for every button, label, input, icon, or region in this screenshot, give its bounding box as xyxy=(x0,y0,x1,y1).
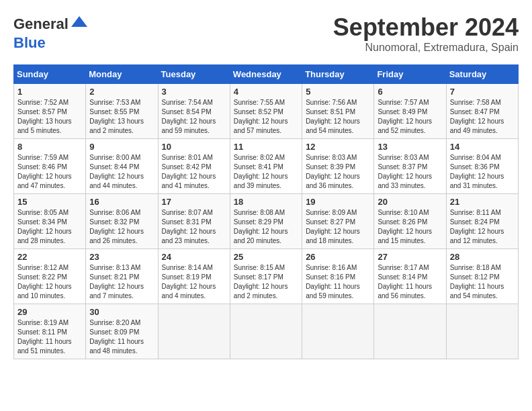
day-number: 16 xyxy=(89,197,154,207)
day-detail: Sunrise: 8:19 AM Sunset: 8:11 PM Dayligh… xyxy=(17,318,82,356)
calendar-cell: 4 Sunrise: 7:55 AM Sunset: 8:52 PM Dayli… xyxy=(230,84,302,139)
logo-icon xyxy=(69,13,90,35)
day-detail: Sunrise: 8:12 AM Sunset: 8:22 PM Dayligh… xyxy=(17,263,82,301)
calendar-cell: 30 Sunrise: 8:20 AM Sunset: 8:09 PM Dayl… xyxy=(86,304,158,359)
day-number: 29 xyxy=(17,307,82,317)
header-thursday: Thursday xyxy=(302,65,374,84)
header-friday: Friday xyxy=(374,65,446,84)
calendar-cell: 27 Sunrise: 8:17 AM Sunset: 8:14 PM Dayl… xyxy=(374,249,446,304)
calendar-cell: 23 Sunrise: 8:13 AM Sunset: 8:21 PM Dayl… xyxy=(86,249,158,304)
day-number: 27 xyxy=(378,252,442,262)
day-detail: Sunrise: 8:14 AM Sunset: 8:19 PM Dayligh… xyxy=(162,263,226,301)
day-detail: Sunrise: 7:57 AM Sunset: 8:49 PM Dayligh… xyxy=(378,98,442,136)
day-number: 10 xyxy=(162,142,226,152)
logo: General Blue xyxy=(13,13,90,51)
day-detail: Sunrise: 7:59 AM Sunset: 8:46 PM Dayligh… xyxy=(17,153,82,191)
day-number: 13 xyxy=(378,142,442,152)
calendar-cell: 13 Sunrise: 8:03 AM Sunset: 8:37 PM Dayl… xyxy=(374,139,446,194)
day-detail: Sunrise: 8:18 AM Sunset: 8:12 PM Dayligh… xyxy=(450,263,515,301)
day-detail: Sunrise: 8:07 AM Sunset: 8:31 PM Dayligh… xyxy=(162,208,226,246)
day-detail: Sunrise: 8:15 AM Sunset: 8:17 PM Dayligh… xyxy=(234,263,298,301)
day-detail: Sunrise: 8:03 AM Sunset: 8:39 PM Dayligh… xyxy=(306,153,370,191)
calendar-cell: 26 Sunrise: 8:16 AM Sunset: 8:16 PM Dayl… xyxy=(302,249,374,304)
day-number: 14 xyxy=(450,142,515,152)
calendar-cell: 1 Sunrise: 7:52 AM Sunset: 8:57 PM Dayli… xyxy=(14,84,86,139)
calendar-cell: 17 Sunrise: 8:07 AM Sunset: 8:31 PM Dayl… xyxy=(158,194,230,249)
calendar-cell: 22 Sunrise: 8:12 AM Sunset: 8:22 PM Dayl… xyxy=(14,249,86,304)
day-number: 18 xyxy=(234,197,298,207)
day-number: 22 xyxy=(17,252,82,262)
calendar-cell: 18 Sunrise: 8:08 AM Sunset: 8:29 PM Dayl… xyxy=(230,194,302,249)
calendar-cell: 24 Sunrise: 8:14 AM Sunset: 8:19 PM Dayl… xyxy=(158,249,230,304)
day-number: 9 xyxy=(89,142,154,152)
calendar-cell: 16 Sunrise: 8:06 AM Sunset: 8:32 PM Dayl… xyxy=(86,194,158,249)
day-detail: Sunrise: 7:54 AM Sunset: 8:54 PM Dayligh… xyxy=(162,98,226,136)
header-monday: Monday xyxy=(86,65,158,84)
day-detail: Sunrise: 7:53 AM Sunset: 8:55 PM Dayligh… xyxy=(89,98,154,136)
calendar-title: September 2024 xyxy=(333,13,519,42)
week-row-4: 22 Sunrise: 8:12 AM Sunset: 8:22 PM Dayl… xyxy=(14,249,519,304)
calendar-cell xyxy=(302,304,374,359)
calendar-cell: 7 Sunrise: 7:58 AM Sunset: 8:47 PM Dayli… xyxy=(446,84,518,139)
day-detail: Sunrise: 8:20 AM Sunset: 8:09 PM Dayligh… xyxy=(89,318,154,356)
day-number: 12 xyxy=(306,142,370,152)
week-row-1: 1 Sunrise: 7:52 AM Sunset: 8:57 PM Dayli… xyxy=(14,84,519,139)
page-header: General Blue September 2024 Nunomoral, E… xyxy=(13,13,519,54)
day-number: 15 xyxy=(17,197,82,207)
day-number: 28 xyxy=(450,252,515,262)
header-tuesday: Tuesday xyxy=(158,65,230,84)
day-detail: Sunrise: 8:10 AM Sunset: 8:26 PM Dayligh… xyxy=(378,208,442,246)
day-detail: Sunrise: 8:00 AM Sunset: 8:44 PM Dayligh… xyxy=(89,153,154,191)
day-detail: Sunrise: 8:08 AM Sunset: 8:29 PM Dayligh… xyxy=(234,208,298,246)
day-number: 8 xyxy=(17,142,82,152)
calendar-subtitle: Nunomoral, Extremadura, Spain xyxy=(333,42,519,54)
day-detail: Sunrise: 7:56 AM Sunset: 8:51 PM Dayligh… xyxy=(306,98,370,136)
day-detail: Sunrise: 8:02 AM Sunset: 8:41 PM Dayligh… xyxy=(234,153,298,191)
calendar-cell: 29 Sunrise: 8:19 AM Sunset: 8:11 PM Dayl… xyxy=(14,304,86,359)
calendar-cell: 12 Sunrise: 8:03 AM Sunset: 8:39 PM Dayl… xyxy=(302,139,374,194)
calendar-cell: 21 Sunrise: 8:11 AM Sunset: 8:24 PM Dayl… xyxy=(446,194,518,249)
calendar-cell: 6 Sunrise: 7:57 AM Sunset: 8:49 PM Dayli… xyxy=(374,84,446,139)
week-row-5: 29 Sunrise: 8:19 AM Sunset: 8:11 PM Dayl… xyxy=(14,304,519,359)
calendar-cell xyxy=(374,304,446,359)
day-number: 4 xyxy=(234,87,298,97)
day-number: 3 xyxy=(162,87,226,97)
day-detail: Sunrise: 8:04 AM Sunset: 8:36 PM Dayligh… xyxy=(450,153,515,191)
calendar-cell: 5 Sunrise: 7:56 AM Sunset: 8:51 PM Dayli… xyxy=(302,84,374,139)
day-number: 24 xyxy=(162,252,226,262)
week-row-2: 8 Sunrise: 7:59 AM Sunset: 8:46 PM Dayli… xyxy=(14,139,519,194)
calendar-cell: 20 Sunrise: 8:10 AM Sunset: 8:26 PM Dayl… xyxy=(374,194,446,249)
week-row-3: 15 Sunrise: 8:05 AM Sunset: 8:34 PM Dayl… xyxy=(14,194,519,249)
day-number: 26 xyxy=(306,252,370,262)
header-sunday: Sunday xyxy=(14,65,86,84)
day-number: 1 xyxy=(17,87,82,97)
day-number: 30 xyxy=(89,307,154,317)
calendar-cell: 25 Sunrise: 8:15 AM Sunset: 8:17 PM Dayl… xyxy=(230,249,302,304)
svg-marker-0 xyxy=(71,16,87,27)
calendar-cell: 28 Sunrise: 8:18 AM Sunset: 8:12 PM Dayl… xyxy=(446,249,518,304)
title-section: September 2024 Nunomoral, Extremadura, S… xyxy=(333,13,519,54)
day-detail: Sunrise: 8:06 AM Sunset: 8:32 PM Dayligh… xyxy=(89,208,154,246)
day-detail: Sunrise: 8:05 AM Sunset: 8:34 PM Dayligh… xyxy=(17,208,82,246)
day-number: 20 xyxy=(378,197,442,207)
day-detail: Sunrise: 8:11 AM Sunset: 8:24 PM Dayligh… xyxy=(450,208,515,246)
calendar-cell: 14 Sunrise: 8:04 AM Sunset: 8:36 PM Dayl… xyxy=(446,139,518,194)
day-number: 17 xyxy=(162,197,226,207)
day-detail: Sunrise: 7:58 AM Sunset: 8:47 PM Dayligh… xyxy=(450,98,515,136)
day-detail: Sunrise: 7:55 AM Sunset: 8:52 PM Dayligh… xyxy=(234,98,298,136)
calendar-cell: 19 Sunrise: 8:09 AM Sunset: 8:27 PM Dayl… xyxy=(302,194,374,249)
calendar-cell: 8 Sunrise: 7:59 AM Sunset: 8:46 PM Dayli… xyxy=(14,139,86,194)
day-number: 21 xyxy=(450,197,515,207)
calendar-cell: 3 Sunrise: 7:54 AM Sunset: 8:54 PM Dayli… xyxy=(158,84,230,139)
day-detail: Sunrise: 8:17 AM Sunset: 8:14 PM Dayligh… xyxy=(378,263,442,301)
day-number: 11 xyxy=(234,142,298,152)
day-number: 19 xyxy=(306,197,370,207)
calendar-cell: 11 Sunrise: 8:02 AM Sunset: 8:41 PM Dayl… xyxy=(230,139,302,194)
weekday-header-row: Sunday Monday Tuesday Wednesday Thursday… xyxy=(14,65,519,84)
logo-blue: Blue xyxy=(13,34,46,51)
day-detail: Sunrise: 8:16 AM Sunset: 8:16 PM Dayligh… xyxy=(306,263,370,301)
calendar-cell xyxy=(230,304,302,359)
header-saturday: Saturday xyxy=(446,65,518,84)
day-detail: Sunrise: 8:09 AM Sunset: 8:27 PM Dayligh… xyxy=(306,208,370,246)
day-detail: Sunrise: 8:03 AM Sunset: 8:37 PM Dayligh… xyxy=(378,153,442,191)
